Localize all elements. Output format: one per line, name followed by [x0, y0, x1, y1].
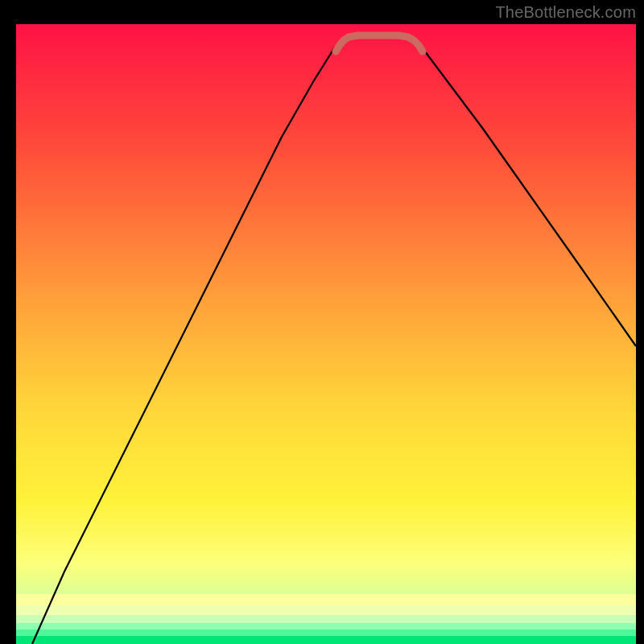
bottom-band: [16, 636, 636, 644]
bottom-band: [16, 615, 636, 623]
watermark-text: TheBottleneck.com: [495, 3, 636, 22]
bottleneck-chart: [0, 0, 644, 644]
bottom-band: [16, 623, 636, 630]
bottom-band: [16, 630, 636, 636]
bottom-band: [16, 605, 636, 615]
bottom-band: [16, 594, 636, 605]
plot-background: [16, 24, 636, 644]
